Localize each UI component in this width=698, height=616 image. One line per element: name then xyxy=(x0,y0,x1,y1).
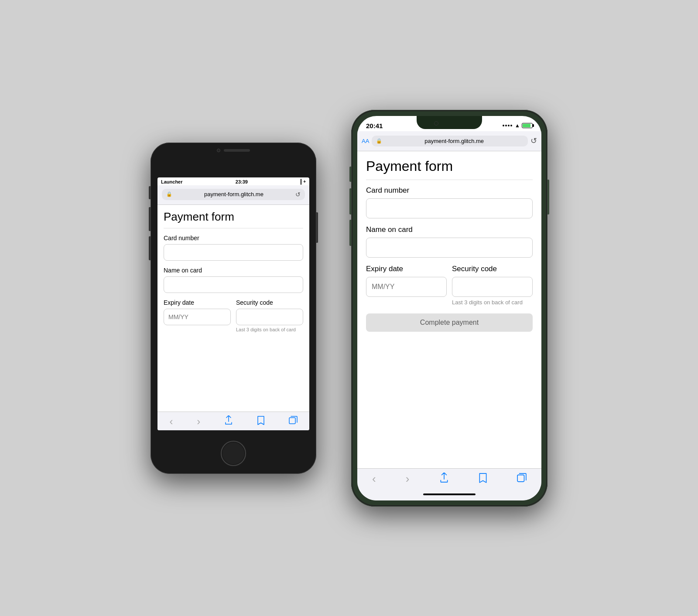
bottom-row: Expiry date Security code Last 3 digits … xyxy=(164,299,303,332)
lock-icon-x: 🔒 xyxy=(376,138,382,144)
security-group-x: Security code Last 3 digits on back of c… xyxy=(452,265,533,306)
mute-button xyxy=(149,186,151,199)
phone7-top xyxy=(151,149,316,152)
expiry-label-x: Expiry date xyxy=(366,265,447,273)
battery-plus: + xyxy=(303,179,306,184)
page-title: Payment form xyxy=(164,210,303,228)
battery-tip-x xyxy=(533,124,534,127)
browser-chrome-x: AA 🔒 payment-form.glitch.me ↺ xyxy=(357,131,541,151)
expiry-group-x: Expiry date xyxy=(366,265,447,306)
home-indicator xyxy=(357,488,541,500)
iphonex: 20:41 ▲ AA xyxy=(351,110,547,507)
name-group: Name on card xyxy=(164,267,303,293)
address-bar-x[interactable]: 🔒 payment-form.glitch.me xyxy=(372,136,528,146)
forward-button[interactable]: › xyxy=(197,415,200,428)
page-title-x: Payment form xyxy=(366,158,533,180)
name-input[interactable] xyxy=(164,276,303,293)
expiry-input-x[interactable] xyxy=(366,277,447,297)
security-label: Security code xyxy=(236,299,303,306)
address-bar[interactable]: 🔒 payment-form.glitch.me ↺ xyxy=(162,189,305,200)
home-button[interactable] xyxy=(221,441,246,466)
battery-icon xyxy=(301,179,301,184)
earpiece-x xyxy=(443,122,465,124)
svg-rect-0 xyxy=(289,418,295,424)
reload-button-x[interactable]: ↺ xyxy=(530,136,537,146)
bookmarks-button[interactable] xyxy=(257,415,265,427)
url-text-x: payment-form.glitch.me xyxy=(385,138,524,144)
security-input[interactable] xyxy=(236,309,303,325)
share-button[interactable] xyxy=(224,415,233,427)
name-label-x: Name on card xyxy=(366,225,533,234)
wifi-icon-x: ▲ xyxy=(515,123,520,129)
power-button xyxy=(316,212,318,243)
battery-icon-x xyxy=(522,123,533,128)
name-group-x: Name on card xyxy=(366,225,533,258)
browser-chrome: 🔒 payment-form.glitch.me ↺ xyxy=(157,185,309,205)
security-input-x[interactable] xyxy=(452,277,533,297)
url-text: payment-form.glitch.me xyxy=(175,191,293,197)
phonex-screen: 20:41 ▲ AA xyxy=(357,116,541,500)
x-page-body: Payment form Card number Name on card Ex… xyxy=(357,151,541,468)
security-hint-x: Last 3 digits on back of card xyxy=(452,299,533,306)
front-camera-x xyxy=(434,121,438,126)
volume-up-button xyxy=(149,207,151,231)
bottom-row-x: Expiry date Security code Last 3 digits … xyxy=(366,265,533,306)
card-number-group-x: Card number xyxy=(366,186,533,218)
name-label: Name on card xyxy=(164,267,303,274)
status-icons: + xyxy=(301,179,306,184)
time-label: 23:39 xyxy=(236,179,248,184)
submit-button[interactable]: Complete payment xyxy=(366,313,533,332)
forward-button-x[interactable]: › xyxy=(406,472,410,486)
address-bar-row: AA 🔒 payment-form.glitch.me ↺ xyxy=(362,136,537,146)
card-number-label: Card number xyxy=(164,235,303,242)
card-number-label-x: Card number xyxy=(366,186,533,195)
mute-button-x xyxy=(349,167,351,182)
bookmarks-button-x[interactable] xyxy=(479,473,487,485)
home-bar xyxy=(423,493,476,495)
expiry-label: Expiry date xyxy=(164,299,231,306)
share-button-x[interactable] xyxy=(439,473,449,485)
expiry-input[interactable] xyxy=(164,309,231,325)
status-icons-x: ▲ xyxy=(503,123,533,129)
volume-down-x xyxy=(349,220,351,246)
front-camera xyxy=(217,149,220,152)
signal-dots xyxy=(503,125,512,126)
notch xyxy=(417,116,482,129)
tabs-button-x[interactable] xyxy=(517,473,527,485)
aa-button[interactable]: AA xyxy=(362,138,369,144)
iphone7: Launcher 23:39 + 🔒 payment-form.glitch.m… xyxy=(151,143,316,474)
earpiece xyxy=(224,149,250,152)
battery-fill-x xyxy=(523,124,530,127)
lock-icon: 🔒 xyxy=(166,191,172,197)
safari-toolbar: ‹ › xyxy=(157,412,309,430)
status-bar: Launcher 23:39 + xyxy=(157,177,309,185)
carrier-label: Launcher xyxy=(161,179,183,184)
security-hint: Last 3 digits on back of card xyxy=(236,327,303,332)
volume-down-button xyxy=(149,236,151,260)
back-button-x[interactable]: ‹ xyxy=(372,472,376,486)
security-label-x: Security code xyxy=(452,265,533,273)
reload-button[interactable]: ↺ xyxy=(295,191,301,198)
phone7-screen: Launcher 23:39 + 🔒 payment-form.glitch.m… xyxy=(157,177,309,430)
battery-body xyxy=(301,179,301,185)
page-body: Payment form Card number Name on card Ex… xyxy=(157,205,309,412)
card-number-input[interactable] xyxy=(164,244,303,261)
security-group: Security code Last 3 digits on back of c… xyxy=(236,299,303,332)
tabs-button[interactable] xyxy=(289,416,298,427)
name-input-x[interactable] xyxy=(366,238,533,258)
card-number-group: Card number xyxy=(164,235,303,261)
back-button[interactable]: ‹ xyxy=(169,415,173,428)
card-number-input-x[interactable] xyxy=(366,198,533,218)
time-x: 20:41 xyxy=(366,122,383,129)
safari-toolbar-x: ‹ › xyxy=(357,468,541,488)
volume-up-x xyxy=(349,188,351,214)
power-button-x xyxy=(547,180,549,214)
battery-body-x xyxy=(522,123,533,128)
svg-rect-1 xyxy=(517,475,524,481)
expiry-group: Expiry date xyxy=(164,299,231,332)
